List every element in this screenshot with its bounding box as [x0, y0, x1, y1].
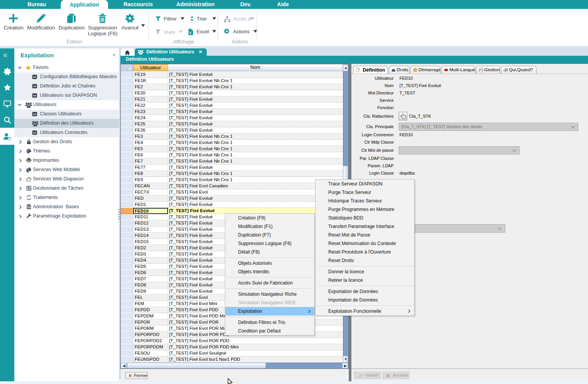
- svg-text:x: x: [189, 31, 191, 34]
